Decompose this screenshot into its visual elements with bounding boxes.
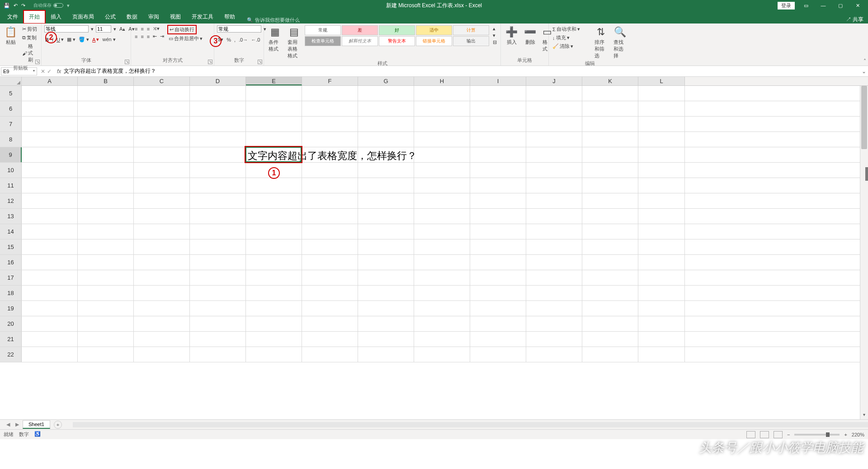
cell-L6[interactable] [638,101,685,116]
cell-D5[interactable] [190,86,246,101]
cell-D13[interactable] [190,209,246,224]
cell-F10[interactable] [302,163,358,178]
clipboard-dialog-launcher[interactable]: ↘ [35,60,40,64]
add-sheet-button[interactable]: + [54,421,62,429]
tell-me-search[interactable]: 🔍 告诉我你想要做什么 [247,17,300,23]
cell-B17[interactable] [78,270,134,285]
cell-L20[interactable] [638,316,685,331]
cell-G10[interactable] [358,163,414,178]
share-button[interactable]: ↗ 共享 [846,16,863,23]
tab-insert[interactable]: 插入 [45,10,67,23]
column-header-D[interactable]: D [190,77,246,85]
cell-J14[interactable] [526,224,582,239]
cell-K13[interactable] [582,209,638,224]
cell-K9[interactable] [582,147,638,162]
cell-A15[interactable] [22,239,78,254]
conditional-formatting-button[interactable]: ▦ 条件格式 [267,25,283,53]
cell-B20[interactable] [78,316,134,331]
cell-F8[interactable] [302,132,358,147]
cell-J11[interactable] [526,178,582,193]
align-bottom-button[interactable]: ≡ [146,26,151,32]
delete-cells-button[interactable]: ➖删除 [522,25,538,47]
cell-B18[interactable] [78,286,134,300]
column-header-A[interactable]: A [22,77,78,85]
tab-file[interactable]: 文件 [2,10,24,23]
zoom-out-button[interactable]: − [787,432,790,437]
cell-H19[interactable] [414,301,470,316]
cell-E15[interactable] [246,239,302,254]
cell-G15[interactable] [358,239,414,254]
collapse-ribbon-icon[interactable]: ˄ [863,58,866,65]
font-size-dropdown-icon[interactable]: ▾ [113,26,117,33]
cell-J5[interactable] [526,86,582,101]
cell-K14[interactable] [582,224,638,239]
underline-button[interactable]: U ▾ [56,36,65,43]
row-header-14[interactable]: 14 [0,224,22,239]
cell-D14[interactable] [190,224,246,239]
column-header-I[interactable]: I [470,77,526,85]
cell-K16[interactable] [582,255,638,270]
row-header-9[interactable]: 9 [0,147,22,162]
cell-E16[interactable] [246,255,302,270]
ribbon-display-icon[interactable]: ▭ [800,3,812,9]
save-icon[interactable]: 💾 [4,3,10,9]
cell-C9[interactable] [134,147,190,162]
cell-J19[interactable] [526,301,582,316]
cell-C10[interactable] [134,163,190,178]
cell-A6[interactable] [22,101,78,116]
orientation-button[interactable]: ⤭▾ [152,25,160,32]
italic-button[interactable]: I [51,37,54,43]
increase-font-button[interactable]: A▴ [118,26,126,33]
cell-C22[interactable] [134,347,190,362]
scroll-down-icon[interactable]: ▾ [860,412,868,419]
cell-E8[interactable] [246,132,302,147]
cell-F16[interactable] [302,255,358,270]
column-header-H[interactable]: H [414,77,470,85]
cell-E20[interactable] [246,316,302,331]
cell-A13[interactable] [22,209,78,224]
row-header-8[interactable]: 8 [0,132,22,147]
cell-L7[interactable] [638,117,685,131]
bold-button[interactable]: B [44,37,50,43]
cell-K10[interactable] [582,163,638,178]
font-color-button[interactable]: A ▾ [91,36,100,43]
fill-color-button[interactable]: 🪣 ▾ [78,36,90,43]
autosave-toggle[interactable]: 自动保存 [33,2,63,9]
cell-C13[interactable] [134,209,190,224]
cell-K12[interactable] [582,193,638,208]
cell-D11[interactable] [190,178,246,193]
minimize-icon[interactable]: — [817,3,829,8]
column-header-F[interactable]: F [302,77,358,85]
cell-L11[interactable] [638,178,685,193]
format-as-table-button[interactable]: ▤ 套用 表格格式 [286,25,302,60]
cell-H8[interactable] [414,132,470,147]
tab-home[interactable]: 开始 [24,10,45,23]
cell-D15[interactable] [190,239,246,254]
cell-L15[interactable] [638,239,685,254]
row-header-22[interactable]: 22 [0,347,22,362]
cell-I6[interactable] [470,101,526,116]
cell-E19[interactable] [246,301,302,316]
increase-indent-button[interactable]: ⇥ [159,33,165,40]
alignment-dialog-launcher[interactable]: ↘ [208,60,212,64]
cell-D17[interactable] [190,270,246,285]
cell-I5[interactable] [470,86,526,101]
cell-C15[interactable] [134,239,190,254]
cell-G6[interactable] [358,101,414,116]
style-normal[interactable]: 常规 [305,25,341,35]
cell-E22[interactable] [246,347,302,362]
cell-K15[interactable] [582,239,638,254]
cell-F19[interactable] [302,301,358,316]
cell-J6[interactable] [526,101,582,116]
zoom-in-button[interactable]: + [844,432,847,437]
enter-formula-icon[interactable]: ✓ [47,68,52,75]
cell-L19[interactable] [638,301,685,316]
cell-A17[interactable] [22,270,78,285]
column-header-G[interactable]: G [358,77,414,85]
undo-icon[interactable]: ↶ [14,3,18,9]
cell-F13[interactable] [302,209,358,224]
cell-I11[interactable] [470,178,526,193]
cell-C14[interactable] [134,224,190,239]
formula-input[interactable] [61,67,860,75]
cell-K5[interactable] [582,86,638,101]
